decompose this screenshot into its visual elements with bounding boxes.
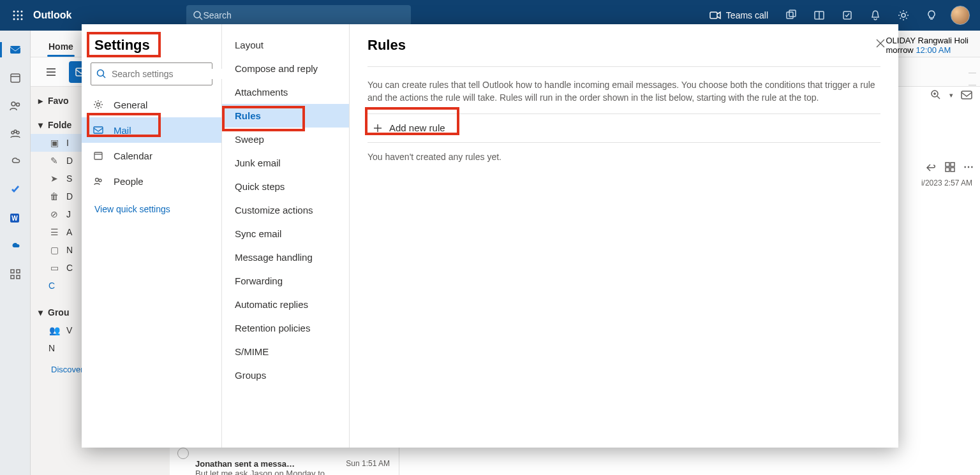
svg-point-53 xyxy=(99,179,101,182)
mark-read-icon[interactable] xyxy=(961,90,974,100)
subnav-quicksteps[interactable]: Quick steps xyxy=(222,175,349,198)
rail-mail-icon[interactable] xyxy=(0,36,31,64)
search-icon xyxy=(193,10,203,20)
more-icon[interactable]: ⋯ xyxy=(963,161,974,173)
inbox-icon: ▣ xyxy=(48,138,60,148)
subnav-retention[interactable]: Retention policies xyxy=(222,316,349,340)
folder-label: D xyxy=(66,156,73,166)
groups-label: Grou xyxy=(48,307,69,318)
app-launcher-icon[interactable] xyxy=(5,0,31,31)
app-brand: Outlook xyxy=(33,10,71,21)
chevron-right-icon: ▸ xyxy=(38,96,43,106)
draft-icon: ✎ xyxy=(48,156,60,166)
teams-call-button[interactable]: Teams call xyxy=(701,10,777,20)
svg-point-23 xyxy=(16,103,19,106)
svg-rect-41 xyxy=(961,91,972,99)
category-people[interactable]: People xyxy=(82,168,221,194)
svg-point-2 xyxy=(21,11,23,13)
favorites-label: Favo xyxy=(48,96,69,106)
message-item[interactable]: Jonathan sent a messa… Sun 1:51 AM But l… xyxy=(170,444,399,475)
people-icon: 👥 xyxy=(48,325,60,335)
category-general[interactable]: General xyxy=(82,92,221,117)
folder-label: S xyxy=(66,173,72,184)
subnav-msghandling[interactable]: Message handling xyxy=(222,245,349,269)
svg-rect-20 xyxy=(11,74,20,82)
subnav-sync[interactable]: Sync email xyxy=(222,222,349,245)
chevron-down-icon: ▾ xyxy=(38,307,43,318)
sent-icon: ➤ xyxy=(48,173,60,184)
subnav-junk[interactable]: Junk email xyxy=(222,151,349,175)
subnav-rules[interactable]: Rules xyxy=(222,104,349,128)
calendar-peek[interactable]: OLIDAY Rangwali Holi morrow 12:00 AM xyxy=(886,36,969,55)
svg-rect-49 xyxy=(94,127,103,133)
avatar[interactable] xyxy=(951,6,970,25)
gear-icon xyxy=(93,99,105,110)
svg-rect-50 xyxy=(94,152,102,159)
subnav-attachments[interactable]: Attachments xyxy=(222,80,349,104)
svg-point-3 xyxy=(13,15,15,17)
subnav-smime[interactable]: S/MIME xyxy=(222,340,349,363)
subnav-forwarding[interactable]: Forwarding xyxy=(222,269,349,293)
settings-modal: Settings General Mail Calendar People xyxy=(82,24,898,448)
rail-files-icon[interactable] xyxy=(0,148,31,176)
chevron-down-icon[interactable]: ▾ xyxy=(949,91,953,99)
view-quick-settings-link[interactable]: View quick settings xyxy=(82,194,221,224)
folder-label: I xyxy=(66,138,69,148)
chevron-down-icon: ▾ xyxy=(38,120,43,130)
svg-rect-29 xyxy=(11,270,14,273)
subnav-compose[interactable]: Compose and reply xyxy=(222,57,349,80)
svg-rect-12 xyxy=(787,12,793,18)
zoom-icon[interactable] xyxy=(930,89,942,101)
add-rule-button[interactable]: Add new rule xyxy=(368,113,880,143)
rules-empty-text: You haven't created any rules yet. xyxy=(368,152,880,162)
svg-rect-42 xyxy=(946,163,949,166)
scrollbar-thumb[interactable] xyxy=(969,73,976,85)
subnav-customize[interactable]: Customize actions xyxy=(222,198,349,222)
rail-todo-icon[interactable] xyxy=(0,176,31,204)
category-label: People xyxy=(114,176,144,187)
category-mail[interactable]: Mail xyxy=(82,117,221,143)
event-time: 12:00 AM xyxy=(916,45,951,55)
settings-search-input[interactable] xyxy=(112,69,223,79)
subnav-sweep[interactable]: Sweep xyxy=(222,128,349,151)
svg-line-38 xyxy=(937,96,940,99)
archive-icon: ☰ xyxy=(48,227,60,237)
folder-label: D xyxy=(66,191,73,201)
subnav-groups[interactable]: Groups xyxy=(222,363,349,387)
folders-label: Folde xyxy=(48,120,71,130)
folder-label: J xyxy=(66,209,71,219)
svg-point-9 xyxy=(194,11,200,18)
category-calendar[interactable]: Calendar xyxy=(82,143,221,168)
left-app-rail: W xyxy=(0,31,31,475)
close-icon[interactable] xyxy=(875,38,886,48)
subnav-layout[interactable]: Layout xyxy=(222,33,349,57)
subnav-autoreplies[interactable]: Automatic replies xyxy=(222,293,349,316)
settings-pane: Rules You can create rules that tell Out… xyxy=(350,24,898,448)
rail-word-icon[interactable]: W xyxy=(0,204,31,232)
hamburger-icon[interactable] xyxy=(40,61,63,83)
junk-icon: ⊘ xyxy=(48,209,60,219)
pane-title: Rules xyxy=(368,37,880,54)
global-search[interactable] xyxy=(186,5,411,26)
folder-label: C xyxy=(66,263,73,273)
event-title: OLIDAY Rangwali Holi xyxy=(886,36,969,45)
rail-onedrive-icon[interactable] xyxy=(0,232,31,260)
rail-people-icon[interactable] xyxy=(0,92,31,120)
message-time: Sun 1:51 AM xyxy=(346,459,390,468)
svg-point-0 xyxy=(13,11,15,13)
rail-calendar-icon[interactable] xyxy=(0,64,31,92)
bulb-icon[interactable] xyxy=(917,0,946,31)
tab-home[interactable]: Home xyxy=(40,41,82,57)
svg-point-17 xyxy=(902,13,905,17)
message-from: Jonathan sent a messa… xyxy=(195,459,295,469)
teams-call-label: Teams call xyxy=(726,10,768,20)
rules-description: You can create rules that tell Outlook h… xyxy=(368,66,880,105)
search-input[interactable] xyxy=(203,10,405,20)
grid-icon[interactable] xyxy=(944,161,956,173)
reply-icon[interactable] xyxy=(925,161,937,173)
svg-point-1 xyxy=(17,11,19,13)
settings-search[interactable] xyxy=(91,62,212,85)
rail-apps-icon[interactable] xyxy=(0,260,31,288)
folder-label: V xyxy=(66,325,72,335)
rail-groups-icon[interactable] xyxy=(0,120,31,148)
